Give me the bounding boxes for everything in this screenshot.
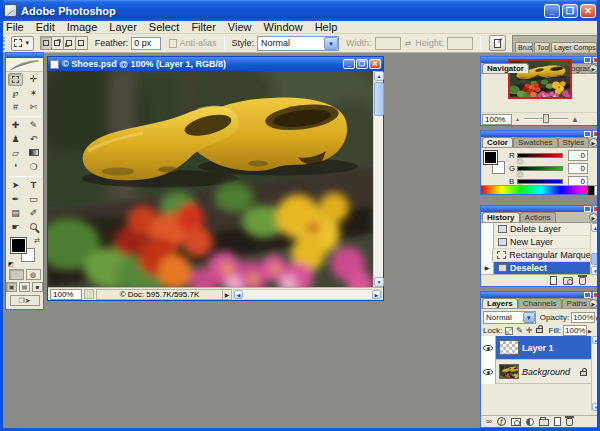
chevron-down-icon[interactable]: ▼ <box>523 312 535 323</box>
layer-row-layer1[interactable]: Layer 1 <box>481 336 591 360</box>
navigator-zoom-input[interactable]: 100% <box>482 114 512 125</box>
menu-file[interactable]: File <box>0 21 30 33</box>
menu-window[interactable]: Window <box>258 21 309 33</box>
tool-hand[interactable]: ☛ <box>8 221 23 234</box>
layer-row-background[interactable]: Background <box>481 360 591 384</box>
white-ramp[interactable] <box>594 186 600 195</box>
fill-arrow-icon[interactable]: ▶ <box>588 328 592 334</box>
tool-healing-brush[interactable]: ✚ <box>8 119 23 132</box>
foreground-color-swatch[interactable] <box>484 151 497 164</box>
link-layers-icon[interactable]: ∞ <box>486 417 492 426</box>
lock-pixels-icon[interactable]: ✎ <box>516 327 523 335</box>
new-selection-button[interactable] <box>40 36 52 50</box>
app-titlebar[interactable]: Adobe Photoshop _ ❐ ✕ <box>0 0 600 21</box>
vertical-scrollbar[interactable]: ▲ ▼ <box>373 71 383 287</box>
history-item[interactable]: New Layer <box>481 236 590 249</box>
tool-pen[interactable]: ✒ <box>8 193 23 206</box>
layer1-thumbnail[interactable] <box>499 340 519 355</box>
new-layer-icon[interactable] <box>554 417 561 426</box>
opacity-arrow-icon[interactable]: ▶ <box>596 315 600 321</box>
add-layer-mask-icon[interactable] <box>511 418 521 426</box>
scroll-thumb[interactable] <box>591 253 600 265</box>
fullscreen-menubar-button[interactable]: ▤ <box>19 282 30 292</box>
tab-history[interactable]: History <box>482 212 520 222</box>
foreground-color-swatch[interactable] <box>11 238 26 253</box>
tool-path-selection[interactable]: ➤ <box>8 179 23 192</box>
status-menu-arrow-icon[interactable]: ▶ <box>222 289 232 300</box>
adobe-feather-logo[interactable] <box>6 58 43 72</box>
well-tab-tool-presets[interactable]: Tool Presets <box>534 42 550 52</box>
background-thumbnail[interactable] <box>499 364 519 379</box>
doc-minimize-button[interactable]: _ <box>343 59 355 69</box>
menu-layer[interactable]: Layer <box>103 21 143 33</box>
document-titlebar[interactable]: © Shoes.psd @ 100% (Layer 1, RGB/8) _ ❐ … <box>48 57 383 71</box>
minimize-button[interactable]: _ <box>544 4 560 18</box>
file-browser-button[interactable]: ↱ <box>489 35 506 51</box>
blue-slider[interactable] <box>517 179 563 184</box>
scroll-left-icon[interactable]: ◀ <box>234 290 243 299</box>
visibility-well[interactable] <box>481 336 496 360</box>
history-source-well[interactable] <box>481 249 493 262</box>
tool-notes[interactable]: ▤ <box>8 207 23 220</box>
delete-layer-icon[interactable] <box>566 418 573 426</box>
color-spectrum-bar[interactable] <box>481 185 600 194</box>
visibility-well[interactable] <box>481 360 496 384</box>
history-item[interactable]: Rectangular Marquee <box>481 249 590 262</box>
horizontal-scrollbar[interactable]: ◀ ▶ <box>233 289 382 300</box>
default-colors-icon[interactable]: ◩ <box>8 260 14 267</box>
tool-type[interactable]: T <box>26 179 41 192</box>
fill-input[interactable]: 100% <box>563 325 587 336</box>
menu-edit[interactable]: Edit <box>30 21 61 33</box>
slider-thumb[interactable] <box>543 114 549 123</box>
zoom-out-icon[interactable]: ▲ <box>515 116 520 122</box>
history-scrollbar[interactable]: ▲ ▼ <box>590 223 600 275</box>
fullscreen-button[interactable]: ■ <box>32 282 43 292</box>
close-button[interactable]: ✕ <box>580 4 596 18</box>
palette-menu-icon[interactable]: ▶ <box>589 213 598 222</box>
zoom-in-icon[interactable]: ▲ <box>571 115 579 124</box>
history-source-well[interactable] <box>481 236 494 249</box>
tool-move[interactable]: ✛ <box>26 73 41 86</box>
options-grip[interactable] <box>3 37 6 50</box>
canvas[interactable] <box>48 71 373 287</box>
green-slider[interactable] <box>517 166 563 171</box>
subtract-selection-button[interactable] <box>64 36 76 50</box>
zoom-percentage-input[interactable]: 100% <box>50 289 82 300</box>
lock-all-icon[interactable] <box>536 328 543 333</box>
standard-mode-button[interactable]: ◌ <box>9 269 24 280</box>
tool-crop[interactable]: # <box>8 101 23 114</box>
intersect-selection-button[interactable] <box>76 36 88 50</box>
doc-close-button[interactable]: ✕ <box>369 59 381 69</box>
well-tab-layer-comps[interactable]: Layer Comps <box>551 42 597 52</box>
layers-scrollbar[interactable]: ▲ ▼ <box>591 336 600 411</box>
tab-channels[interactable]: Channels <box>518 298 562 308</box>
menu-help[interactable]: Help <box>309 21 344 33</box>
tab-color[interactable]: Color <box>482 137 513 147</box>
tool-blur[interactable]: ❛ <box>8 161 23 174</box>
palette-menu-icon[interactable]: ▶ <box>589 138 598 147</box>
red-slider[interactable] <box>517 153 563 158</box>
antialias-checkbox[interactable] <box>169 39 177 48</box>
tool-eyedropper[interactable]: ✐ <box>26 207 41 220</box>
new-snapshot-icon[interactable] <box>563 277 573 285</box>
feather-input[interactable]: 0 px <box>131 37 160 50</box>
tool-rectangular-marquee[interactable] <box>8 73 23 86</box>
tool-clone-stamp[interactable]: ♟ <box>8 133 23 146</box>
tool-dodge[interactable]: ❍ <box>26 161 41 174</box>
adjustment-layer-icon[interactable] <box>526 418 534 426</box>
maximize-button[interactable]: ❐ <box>562 4 578 18</box>
history-item[interactable]: Delete Layer <box>481 223 590 236</box>
height-input[interactable] <box>447 37 473 50</box>
layer-name[interactable]: Layer 1 <box>522 343 591 353</box>
layer-style-icon[interactable]: ƒ <box>497 417 506 426</box>
swap-colors-icon[interactable]: ⇄ <box>34 237 40 245</box>
lock-position-icon[interactable]: ✛ <box>526 327 533 335</box>
layer-name[interactable]: Background <box>522 367 580 377</box>
palette-menu-icon[interactable]: ▶ <box>589 64 598 73</box>
tool-shape[interactable]: ▭ <box>26 193 41 206</box>
tool-slice[interactable]: ✄ <box>26 101 41 114</box>
menu-select[interactable]: Select <box>143 21 186 33</box>
tool-lasso[interactable]: ℘ <box>8 87 23 100</box>
delete-state-icon[interactable] <box>579 277 586 285</box>
menu-image[interactable]: Image <box>61 21 104 33</box>
